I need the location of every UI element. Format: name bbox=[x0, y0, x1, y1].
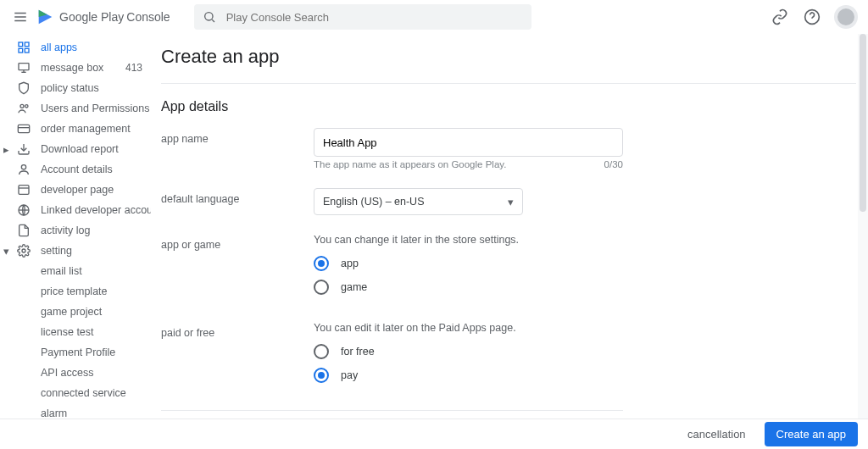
sidebar-subitem-api-access[interactable]: API access bbox=[0, 363, 151, 383]
radio-label: pay bbox=[341, 369, 358, 381]
world-icon bbox=[15, 202, 32, 219]
sidebar-item-label: all apps bbox=[41, 42, 77, 53]
link-icon[interactable] bbox=[770, 7, 790, 27]
radio-icon bbox=[314, 368, 329, 383]
sidebar-subitem-price-template[interactable]: price template bbox=[0, 281, 151, 302]
divider bbox=[161, 410, 623, 411]
radio-icon bbox=[314, 280, 329, 295]
doc-icon bbox=[15, 222, 32, 239]
caret-right-icon: ▸ bbox=[2, 143, 10, 156]
sidebar-item-users-permissions[interactable]: Users and Permissions bbox=[0, 98, 151, 119]
sidebar-item-all-apps[interactable]: all apps bbox=[0, 37, 151, 58]
sidebar-subitem-alarm[interactable]: alarm bbox=[0, 403, 151, 419]
menu-icon[interactable] bbox=[10, 7, 31, 27]
radio-game[interactable]: game bbox=[314, 280, 623, 295]
play-logo-icon bbox=[36, 8, 54, 26]
label-app-or-game: app or game bbox=[161, 234, 314, 251]
people-icon bbox=[15, 100, 32, 117]
page-title: Create an app bbox=[161, 46, 856, 68]
sidebar-subitem-payment-profile[interactable]: Payment Profile bbox=[0, 342, 151, 363]
label-paid-or-free: paid or free bbox=[161, 322, 314, 339]
sidebar-badge: 413 bbox=[125, 62, 142, 74]
hint-app-or-game: You can change it later in the store set… bbox=[314, 234, 623, 246]
account-icon bbox=[15, 161, 32, 178]
radio-label: game bbox=[341, 281, 367, 293]
sidebar-item-label: developer page bbox=[41, 184, 114, 196]
sidebar-item-activity-log[interactable]: activity log bbox=[0, 220, 151, 241]
sidebar-item-label: Linked developer account bbox=[41, 204, 151, 216]
sidebar-item-label: Account details bbox=[41, 164, 113, 175]
svg-point-21 bbox=[21, 165, 25, 169]
search-icon bbox=[203, 10, 216, 24]
shield-icon bbox=[15, 80, 32, 97]
caret-down-icon: ▾ bbox=[2, 245, 10, 258]
app-name-input[interactable] bbox=[314, 128, 623, 157]
cancel-button[interactable]: cancellation bbox=[684, 423, 749, 446]
sidebar-item-setting[interactable]: ▾ setting bbox=[0, 241, 151, 261]
divider bbox=[161, 83, 856, 84]
sidebar-item-message-box[interactable]: message box 413 bbox=[0, 58, 151, 78]
svg-rect-11 bbox=[19, 48, 23, 53]
sidebar-item-policy-status[interactable]: policy status bbox=[0, 78, 151, 98]
svg-point-17 bbox=[25, 105, 28, 108]
section-app-details: App details bbox=[161, 99, 856, 114]
download-icon bbox=[15, 141, 32, 158]
monitor-icon bbox=[15, 59, 32, 76]
default-language-select[interactable]: English (US) – en-US ▾ bbox=[314, 188, 523, 215]
sidebar-item-linked-developer[interactable]: Linked developer account bbox=[0, 200, 151, 220]
svg-line-6 bbox=[212, 19, 214, 22]
sidebar-subitem-connected-service[interactable]: connected service bbox=[0, 383, 151, 403]
sidebar-item-label: message box bbox=[41, 62, 103, 74]
sidebar: all apps message box 413 policy status U… bbox=[0, 34, 151, 419]
app-name-helper: The app name as it appears on Google Pla… bbox=[314, 159, 506, 169]
radio-pay[interactable]: pay bbox=[314, 368, 623, 383]
sidebar-item-label: Users and Permissions bbox=[41, 103, 150, 114]
svg-rect-22 bbox=[19, 186, 29, 195]
app-name-counter: 0/30 bbox=[604, 159, 623, 169]
chevron-down-icon: ▾ bbox=[508, 196, 514, 208]
sidebar-item-account-details[interactable]: Account details bbox=[0, 159, 151, 180]
create-app-button[interactable]: Create an app bbox=[765, 422, 858, 446]
svg-point-26 bbox=[22, 249, 25, 252]
sidebar-item-label: Download report bbox=[41, 143, 119, 155]
logo: Google PlayConsole bbox=[36, 8, 170, 26]
label-app-name: app name bbox=[161, 128, 314, 145]
radio-label: for free bbox=[341, 346, 375, 358]
select-value: English (US) – en-US bbox=[323, 196, 425, 208]
help-icon[interactable] bbox=[802, 7, 822, 27]
label-default-language: default language bbox=[161, 188, 314, 205]
sidebar-item-label: order management bbox=[41, 123, 131, 135]
avatar[interactable] bbox=[834, 5, 858, 29]
search-box[interactable] bbox=[194, 4, 531, 30]
page-icon bbox=[15, 181, 32, 198]
svg-point-16 bbox=[20, 104, 24, 108]
scrollbar-thumb[interactable] bbox=[860, 34, 866, 212]
svg-rect-18 bbox=[18, 125, 29, 132]
svg-rect-10 bbox=[25, 42, 29, 47]
main-content: Create an app App details app name The a… bbox=[161, 34, 868, 419]
footer: cancellation Create an app bbox=[0, 419, 868, 449]
svg-rect-9 bbox=[19, 42, 23, 47]
sidebar-item-label: setting bbox=[41, 245, 72, 257]
sidebar-item-order-management[interactable]: order management bbox=[0, 119, 151, 139]
gear-icon bbox=[15, 242, 32, 259]
grid-icon bbox=[15, 39, 32, 56]
radio-free[interactable]: for free bbox=[314, 344, 623, 359]
sidebar-item-label: activity log bbox=[41, 224, 90, 236]
sidebar-subitem-game-project[interactable]: game project bbox=[0, 302, 151, 322]
sidebar-item-download-report[interactable]: ▸ Download report bbox=[0, 139, 151, 159]
search-input[interactable] bbox=[225, 10, 523, 25]
svg-point-5 bbox=[204, 13, 212, 20]
hint-paid-or-free: You can edit it later on the Paid Apps p… bbox=[314, 322, 623, 334]
svg-rect-13 bbox=[19, 64, 29, 70]
radio-label: app bbox=[341, 258, 359, 269]
radio-icon bbox=[314, 344, 329, 359]
card-icon bbox=[15, 120, 32, 137]
radio-app[interactable]: app bbox=[314, 256, 623, 271]
sidebar-item-developer-page[interactable]: developer page bbox=[0, 180, 151, 200]
sidebar-subitem-license-test[interactable]: license test bbox=[0, 322, 151, 342]
svg-rect-12 bbox=[25, 48, 29, 53]
sidebar-item-label: policy status bbox=[41, 82, 99, 94]
sidebar-subitem-email-list[interactable]: email list bbox=[0, 261, 151, 281]
radio-icon bbox=[314, 256, 329, 271]
